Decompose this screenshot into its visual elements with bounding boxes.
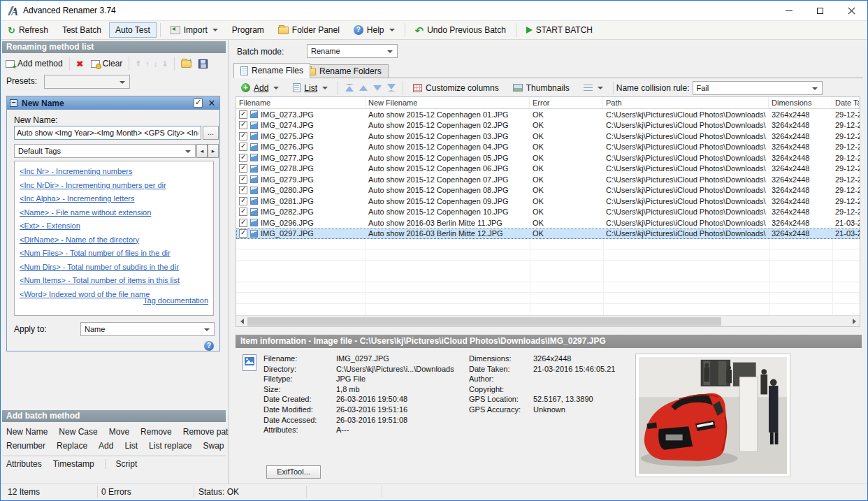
add-method-button[interactable]: Add method [2,57,66,70]
table-row[interactable]: IMG_0274.JPG Auto show 2015-12 Copenhage… [236,120,860,131]
clear-methods-button[interactable]: Clear [87,57,126,70]
column-header-dimensions[interactable]: Dimensions [769,97,832,108]
row-checkbox[interactable] [239,175,247,184]
save-preset-button[interactable] [195,58,211,70]
minimize-button[interactable] [773,1,804,20]
tag-link[interactable]: <Inc Alpha> - Incrementing letters [20,192,208,206]
tag-link[interactable]: <Inc Nr> - Incrementing numbers [20,165,208,179]
list-button[interactable]: List [287,80,334,96]
batch-method-link[interactable]: New Case [59,427,97,437]
tag-link[interactable]: <Name> - File name without extension [20,206,208,220]
row-checkbox[interactable] [239,143,247,151]
add-files-button[interactable]: Add [235,80,285,96]
row-checkbox[interactable] [239,132,247,140]
row-checkbox[interactable] [239,208,247,216]
row-checkbox[interactable] [239,121,247,129]
batch-method-link[interactable]: Timestamp [53,459,94,469]
tag-link[interactable]: <Num Items> - Total number of items in t… [20,274,208,288]
collapse-icon[interactable]: – [10,99,17,107]
table-row[interactable]: IMG_0273.JPG Auto show 2015-12 Copenhage… [236,109,860,120]
tag-link[interactable]: <Num Dirs> - Total number of subdirs in … [20,261,208,275]
new-name-input[interactable] [14,126,201,140]
tag-link[interactable]: <Ext> - Extension [20,219,208,233]
exiftool-button[interactable]: ExifTool... [266,465,321,479]
batch-method-link[interactable]: Replace [57,441,87,451]
customize-columns-button[interactable]: Customize columns [407,80,505,96]
scroll-left-icon[interactable] [236,316,247,327]
test-batch-button[interactable]: Test Batch [56,22,108,38]
tab-rename-files[interactable]: Rename Files [233,63,310,78]
tab-rename-folders[interactable]: Rename Folders [298,64,389,78]
thumbnails-button[interactable]: Thumbnails [507,80,576,96]
list-options-button[interactable] [577,80,609,95]
spinner-left-icon[interactable]: ◂ [196,144,208,158]
tag-link[interactable]: <DirName> - Name of the directory [20,233,208,247]
move-to-top-icon[interactable] [345,84,354,92]
refresh-button[interactable]: ↻Refresh [1,22,55,38]
table-row[interactable]: IMG_0275.JPG Auto show 2015-12 Copenhage… [236,131,860,142]
row-checkbox[interactable] [239,110,247,119]
load-preset-button[interactable] [178,59,195,69]
method-help-icon[interactable] [204,341,214,351]
help-button[interactable]: Help [347,22,401,38]
apply-to-dropdown[interactable]: Name [80,322,215,336]
tags-dropdown[interactable]: Default Tags [14,144,196,158]
undo-previous-batch-button[interactable]: ↶Undo Previous Batch [409,22,512,38]
close-button[interactable] [836,1,867,20]
name-collision-dropdown[interactable]: Fail [693,81,823,95]
batch-mode-dropdown[interactable]: Rename [307,44,398,58]
batch-method-link[interactable]: Script [106,459,138,469]
remove-method-button[interactable]: ✖ [73,57,87,71]
presets-dropdown[interactable] [44,75,130,89]
row-checkbox[interactable] [239,186,247,194]
column-header-filename[interactable]: Filename [236,97,366,108]
table-row[interactable]: IMG_0296.JPG Auto show 2016-03 Berlin Mi… [236,217,860,228]
folder-panel-button[interactable]: Folder Panel [272,22,346,38]
table-row[interactable]: IMG_0276.JPG Auto show 2015-12 Copenhage… [236,142,860,153]
tag-link[interactable]: <Inc NrDir> - Incrementing numbers per d… [20,179,208,193]
column-header-date-taken[interactable]: Date Taken [832,97,860,108]
batch-method-link[interactable]: Attributes [6,459,42,469]
table-row[interactable]: IMG_0277.JPG Auto show 2015-12 Copenhage… [236,152,860,164]
table-row[interactable]: IMG_0280.JPG Auto show 2015-12 Copenhage… [236,185,860,196]
table-row[interactable]: IMG_0297.JPG Auto show 2016-03 Berlin Mi… [236,228,860,240]
move-bottom-icon[interactable]: ⇓ [162,59,168,68]
batch-method-link[interactable]: Add [99,441,113,451]
move-down-icon[interactable] [373,85,382,91]
maximize-button[interactable] [804,1,836,20]
method-enabled-checkbox[interactable] [194,99,203,108]
row-checkbox[interactable] [239,154,247,162]
program-button[interactable]: Program [226,22,270,38]
browse-button[interactable]: ... [203,126,219,140]
batch-method-link[interactable]: List [124,441,138,451]
move-up-icon[interactable]: ↑ [146,59,150,68]
move-down-icon[interactable]: ↓ [154,59,158,68]
column-header-new-filename[interactable]: New Filename [366,97,530,108]
horizontal-scrollbar[interactable] [236,315,860,326]
batch-method-link[interactable]: New Name [6,427,48,437]
tag-documentation-link[interactable]: Tag documentation [143,296,208,305]
scrollbar-thumb[interactable] [247,317,721,326]
method-close-icon[interactable]: ✕ [207,99,217,108]
batch-method-link[interactable]: Renumber [6,441,45,451]
import-button[interactable]: Import [164,22,224,38]
table-row[interactable]: IMG_0279.JPG Auto show 2015-12 Copenhage… [236,174,860,185]
move-to-bottom-icon[interactable] [387,84,396,92]
row-checkbox[interactable] [239,219,247,227]
spinner-right-icon[interactable]: ▸ [208,144,219,158]
move-up-icon[interactable] [359,85,368,91]
batch-method-link[interactable]: Swap [203,441,224,451]
table-row[interactable]: IMG_0278.JPG Auto show 2015-12 Copenhage… [236,164,860,175]
row-checkbox[interactable] [239,164,247,173]
tag-link[interactable]: <Num Files> - Total number of files in t… [20,247,208,261]
auto-test-button[interactable]: Auto Test [109,22,157,38]
batch-method-link[interactable]: Move [109,427,129,437]
table-row[interactable]: IMG_0282.JPG Auto show 2015-12 Copenhage… [236,207,860,218]
table-row[interactable]: IMG_0281.JPG Auto show 2015-12 Copenhage… [236,196,860,207]
batch-method-link[interactable]: Remove [140,427,172,437]
column-header-error[interactable]: Error [530,97,603,108]
row-checkbox[interactable] [239,197,247,205]
batch-method-link[interactable]: List replace [149,441,191,451]
scroll-right-icon[interactable] [848,316,860,327]
row-checkbox[interactable] [239,229,247,238]
